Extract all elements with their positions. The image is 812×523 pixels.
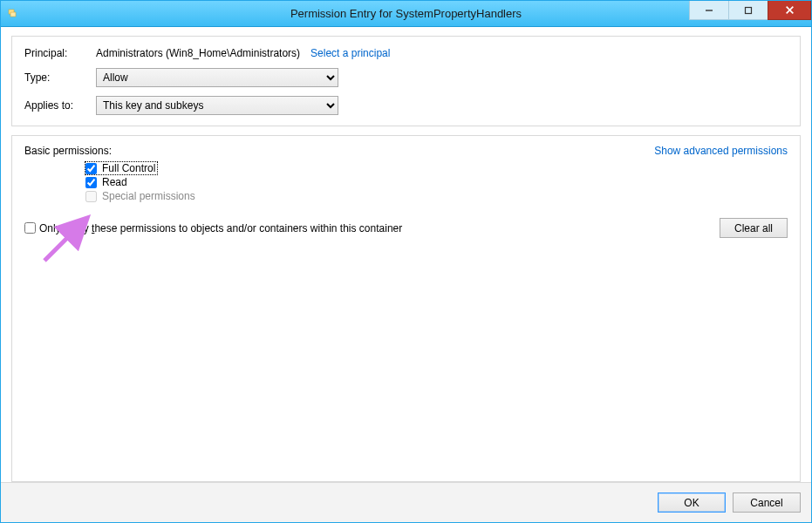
permissions-list: Full ControlReadSpecial permissions	[85, 162, 788, 202]
permission-checkbox[interactable]	[85, 163, 97, 174]
select-principal-link[interactable]: Select a principal	[310, 47, 390, 59]
titlebar[interactable]: Permission Entry for SystemPropertyHandl…	[1, 1, 811, 27]
permission-item: Special permissions	[85, 190, 788, 202]
regedit-icon	[8, 7, 22, 21]
permission-checkbox	[85, 191, 97, 202]
maximize-button[interactable]	[728, 1, 768, 20]
ok-button[interactable]: OK	[658, 492, 726, 513]
principal-row: Principal: Administrators (Win8_Home\Adm…	[24, 47, 788, 59]
principal-value: Administrators (Win8_Home\Administrators…	[96, 47, 300, 59]
svg-rect-3	[746, 7, 752, 13]
applies-to-row: Applies to: This key onlyThis key and su…	[24, 96, 788, 115]
apply-only-checkbox[interactable]	[24, 222, 36, 234]
type-select[interactable]: AllowDeny	[96, 68, 338, 87]
principal-panel: Principal: Administrators (Win8_Home\Adm…	[11, 36, 801, 126]
principal-label: Principal:	[24, 47, 96, 59]
clear-all-button[interactable]: Clear all	[720, 218, 788, 238]
show-advanced-permissions-link[interactable]: Show advanced permissions	[654, 145, 788, 157]
applies-to-label: Applies to:	[24, 99, 96, 112]
permissions-panel: Basic permissions: Show advanced permiss…	[11, 135, 801, 482]
permission-label: Full Control	[102, 162, 155, 174]
permission-item[interactable]: Full Control	[85, 162, 157, 174]
type-label: Type:	[24, 71, 96, 84]
permission-entry-window: Permission Entry for SystemPropertyHandl…	[0, 0, 812, 523]
permission-label: Read	[102, 176, 127, 188]
applies-to-select[interactable]: This key onlyThis key and subkeysSubkeys…	[96, 96, 338, 115]
type-row: Type: AllowDeny	[24, 68, 788, 87]
dialog-body: Principal: Administrators (Win8_Home\Adm…	[1, 27, 811, 482]
close-button[interactable]	[768, 1, 811, 20]
permission-item[interactable]: Read	[85, 176, 788, 188]
window-controls	[690, 1, 811, 20]
svg-rect-1	[10, 12, 16, 17]
dialog-footer: OK Cancel	[1, 482, 811, 522]
permission-checkbox[interactable]	[85, 177, 97, 188]
cancel-button[interactable]: Cancel	[733, 492, 801, 513]
permission-label: Special permissions	[102, 190, 195, 202]
minimize-button[interactable]	[689, 1, 729, 20]
apply-only-label: Only apply these permissions to objects …	[39, 222, 402, 234]
basic-permissions-heading: Basic permissions:	[24, 145, 112, 157]
apply-only-checkbox-row[interactable]: Only apply these permissions to objects …	[24, 222, 402, 234]
